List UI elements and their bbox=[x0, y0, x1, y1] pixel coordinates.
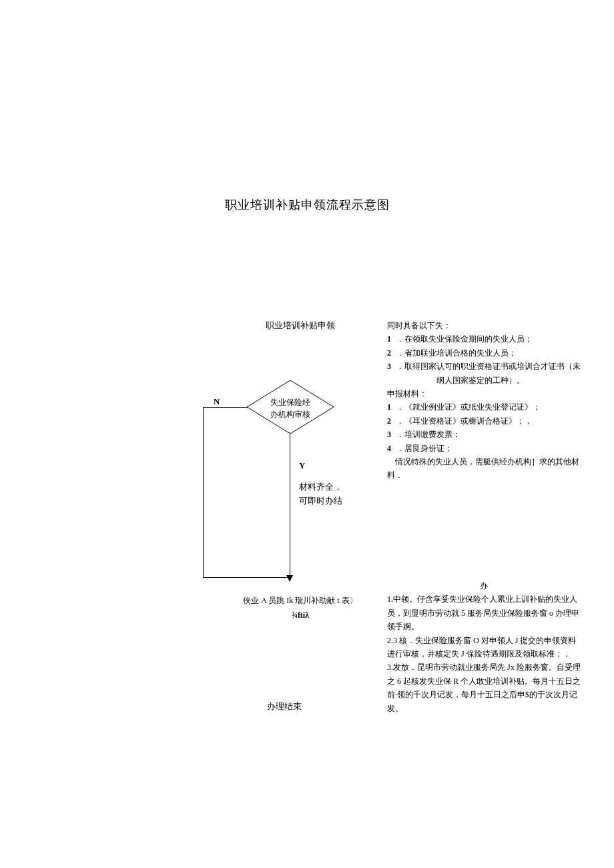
material-line1: 材料齐全， bbox=[299, 480, 342, 494]
process-heading: 办 bbox=[387, 579, 581, 592]
item-text: ．居艮身份证； bbox=[396, 442, 581, 455]
item-num: 2 bbox=[387, 414, 396, 428]
material-item: 1．《就业例业证》或纸业失业登记证》； bbox=[387, 400, 581, 414]
flow-end-node: 办理结束 bbox=[267, 701, 302, 713]
arrow-down-icon bbox=[286, 575, 293, 582]
no-branch-line-h bbox=[203, 407, 248, 408]
item-num: 3 bbox=[387, 360, 396, 387]
item-num: 1 bbox=[387, 400, 396, 414]
item-num: 1 bbox=[387, 332, 396, 346]
item-num: 4 bbox=[387, 442, 396, 455]
item-num: 2 bbox=[387, 346, 396, 360]
item-text: ．在领取失业保险金期间的失业人员； bbox=[396, 332, 581, 346]
form-node: 侠业 A 员跳 Ik 瑞川补助献 t 表〉 ¾ftiλ bbox=[227, 594, 374, 622]
item-text: ．培训缴费发票； bbox=[396, 428, 581, 441]
flow-start-node: 职业培训补贴申领 bbox=[240, 320, 360, 332]
condition-item: 1．在领取失业保险金期间的失业人员； bbox=[387, 332, 581, 346]
form-line1: 侠业 A 员跳 Ik 瑞川补助献 t 表〉 bbox=[227, 594, 374, 608]
material-item: 3．培训缴费发票； bbox=[387, 428, 581, 441]
material-item: 4．居艮身份证； bbox=[387, 442, 581, 455]
material-complete-note: 材料齐全， 可即时办结 bbox=[299, 480, 342, 508]
page-title: 职业培训补贴申领流程示意图 bbox=[0, 197, 614, 213]
yes-branch-label: Y bbox=[299, 460, 305, 471]
no-branch-label: N bbox=[214, 396, 220, 407]
process-block: 办 1.中领。仔含享受失业保险个人累业上训补贴的失业人员，到显明市劳动就 5 服… bbox=[387, 579, 581, 715]
process-step: 1.中领。仔含享受失业保险个人累业上训补贴的失业人员，到显明市劳动就 5 服务局… bbox=[387, 592, 581, 633]
decision-line: 失业保险经办机构审核 bbox=[270, 398, 310, 419]
item-text: ．《耳业资格证》或榭训合格证》；， bbox=[396, 414, 581, 428]
process-step: 2.3 核．失业保险服务窗 O 对申领人 J 提交的申领资料进行审核，并核定失 … bbox=[387, 634, 581, 661]
no-branch-line-h2 bbox=[203, 577, 290, 578]
item-text: ．省加联业培训合格的失业人员； bbox=[396, 346, 581, 360]
yes-branch-line bbox=[290, 432, 290, 579]
item-num: 3 bbox=[387, 428, 396, 441]
form-line2: ¾ftiλ bbox=[227, 608, 374, 623]
materials-heading: 申报材料： bbox=[387, 387, 581, 400]
conditions-heading: 同时具备以下失： bbox=[387, 319, 581, 332]
conditions-block: 同时具备以下失： 1．在领取失业保险金期间的失业人员； 2．省加联业培训合格的失… bbox=[387, 319, 581, 482]
decision-text: 失业保险经办机构审核 bbox=[254, 396, 327, 420]
no-branch-line-v bbox=[203, 407, 204, 577]
material-line2: 可即时办结 bbox=[299, 494, 342, 508]
special-note: 情况特殊的失业人员，需艇供经办机构］求的其他材料． bbox=[387, 455, 581, 482]
material-item: 2．《耳业资格证》或榭训合格证》；， bbox=[387, 414, 581, 428]
item-text: ．取得国家认可的职业资格证书或培训合才证书（未纲人国家鉴定的工种）。 bbox=[396, 360, 581, 387]
item-text: ．《就业例业证》或纸业失业登记证》； bbox=[396, 400, 581, 414]
process-step: 3.发放．昆明市劳动就业服务局先 Jx 险服务窗。自受理之 6 起核发失业保 R… bbox=[387, 661, 581, 715]
condition-item: 3．取得国家认可的职业资格证书或培训合才证书（未纲人国家鉴定的工种）。 bbox=[387, 360, 581, 387]
condition-item: 2．省加联业培训合格的失业人员； bbox=[387, 346, 581, 360]
